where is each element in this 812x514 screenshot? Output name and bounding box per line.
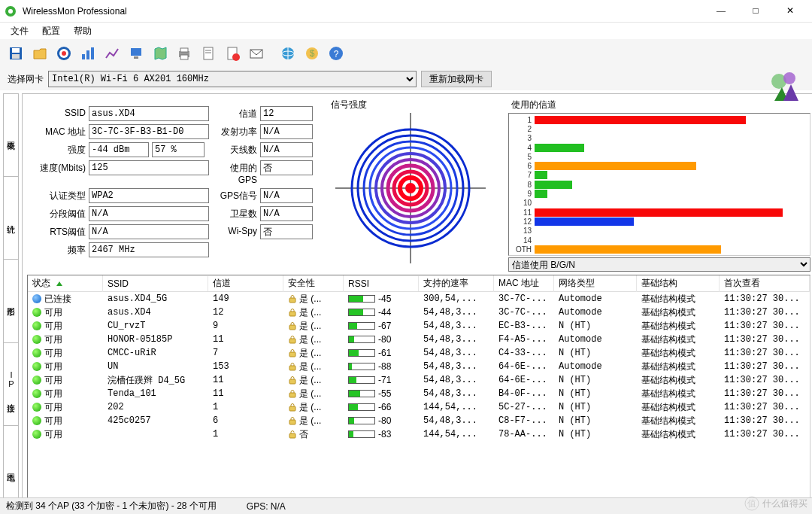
maximize-button[interactable]: □ [738, 0, 773, 23]
map-icon[interactable] [149, 42, 171, 65]
channel-bar-row: 3 [512, 134, 807, 143]
gps-field[interactable] [260, 160, 313, 175]
adapter-select[interactable]: Intel(R) Wi-Fi 6 AX201 160MHz [48, 71, 417, 87]
wispy-field[interactable] [260, 224, 313, 239]
table-row[interactable]: 可用2021是 (...-66144,54,...5C-27-...N (HT)… [28, 400, 810, 414]
tab-map[interactable]: 地图 [4, 426, 18, 508]
channel-mode-select[interactable]: 信道使用 B/G/N [508, 257, 810, 272]
menu-help[interactable]: 帮助 [68, 23, 98, 39]
minimize-button[interactable]: — [704, 0, 738, 23]
menu-config[interactable]: 配置 [36, 23, 66, 39]
channel-bar-row: 5 [512, 152, 807, 161]
table-row[interactable]: 可用CMCC-uRiR7是 (...-6154,48,3...C4-33-...… [28, 346, 810, 360]
col-ssid[interactable]: SSID [103, 276, 208, 291]
menu-file[interactable]: 文件 [5, 23, 35, 39]
status-dot-icon [32, 348, 41, 357]
reload-adapter-button[interactable]: 重新加载网卡 [421, 71, 492, 87]
channel-field[interactable] [260, 106, 313, 121]
col-channel[interactable]: 信道 [208, 275, 283, 292]
frag-field[interactable] [89, 206, 209, 221]
channel-bar-row: 13 [512, 227, 807, 236]
table-row[interactable]: 可用425c02576是 (...-8054,48,3...C8-F7-...N… [28, 414, 810, 427]
strength-dbm-field[interactable] [89, 142, 149, 157]
log-icon[interactable] [197, 42, 220, 65]
table-row[interactable]: 可用UN153是 (...-8854,48,3...64-6E-...Autom… [28, 360, 810, 373]
freq-field[interactable] [89, 242, 209, 257]
sort-asc-icon [56, 281, 62, 286]
mac-field[interactable] [89, 124, 209, 139]
gps-label: 使用的GPS [212, 160, 257, 185]
col-rssi[interactable]: RSSI [344, 276, 419, 291]
txpower-field[interactable] [260, 124, 313, 139]
auth-label: 认证类型 [27, 188, 86, 203]
gpssig-field[interactable] [260, 188, 313, 203]
toolbar: $ ? [0, 39, 812, 68]
svg-rect-9 [86, 50, 89, 59]
status-dot-icon [32, 389, 41, 398]
mail-icon[interactable] [245, 42, 268, 65]
col-infra[interactable]: 基础结构 [637, 275, 720, 292]
svg-rect-52 [289, 420, 295, 424]
mac-label: MAC 地址 [27, 124, 86, 139]
antenna-field[interactable] [260, 142, 313, 157]
svg-rect-49 [289, 379, 295, 384]
col-mac[interactable]: MAC 地址 [494, 275, 554, 292]
strength-pct-field[interactable] [152, 142, 205, 157]
table-row[interactable]: 可用Tenda_10111是 (...-5554,48,3...B4-0F-..… [28, 387, 810, 400]
svg-rect-53 [289, 433, 295, 438]
auth-field[interactable] [89, 188, 209, 203]
tab-stats[interactable]: 统计 [4, 177, 18, 260]
tab-ipconn[interactable]: IP 连接 [4, 343, 18, 426]
print-icon[interactable] [173, 42, 195, 65]
col-firstseen[interactable]: 首次查看 [720, 275, 810, 292]
table-row[interactable]: 可用CU_rvzT9是 (...-6754,48,3...EC-B3-...N … [28, 319, 810, 333]
table-row[interactable]: 可用asus.XD412是 (...-4454,48,3...3C-7C-...… [28, 306, 810, 319]
tab-graph[interactable]: 图形 [4, 260, 18, 342]
stop-icon[interactable] [221, 42, 244, 65]
signal-strength-pane: 信号强度 [328, 99, 501, 272]
col-security[interactable]: 安全性 [283, 275, 344, 292]
table-row[interactable]: 可用1否-83144,54,...78-AA-...N (HT)基础结构模式11… [28, 427, 810, 441]
target-icon[interactable] [53, 42, 75, 65]
strength-header: 信号强度 [328, 99, 501, 111]
col-rate[interactable]: 支持的速率 [419, 275, 494, 292]
freq-label: 频率 [27, 242, 86, 257]
table-row[interactable]: 可用HONOR-05185P11是 (...-8054,48,3...F4-A5… [28, 333, 810, 346]
rts-label: RTS阈值 [27, 224, 86, 239]
channel-bar-row: 11 [512, 208, 807, 217]
col-status[interactable]: 状态 [28, 275, 103, 292]
svg-rect-11 [131, 48, 141, 56]
svg-point-30 [783, 72, 795, 84]
money-icon[interactable]: $ [301, 42, 323, 65]
help-icon[interactable]: ? [325, 42, 347, 65]
save-icon[interactable] [5, 42, 27, 65]
rssi-bar-icon [348, 295, 375, 303]
sat-label: 卫星数 [212, 206, 257, 221]
col-nettype[interactable]: 网络类型 [554, 275, 637, 292]
close-button[interactable]: ✕ [773, 0, 807, 23]
watermark-icon: 值 [744, 496, 759, 511]
globe-icon[interactable] [277, 42, 299, 65]
tab-summary[interactable]: 概要 [4, 94, 18, 177]
svg-rect-48 [289, 366, 295, 370]
frag-label: 分段阈值 [27, 206, 86, 221]
network-icon[interactable] [125, 42, 147, 65]
rts-field[interactable] [89, 224, 209, 239]
status-dot-icon [32, 321, 41, 330]
table-row[interactable]: 已连接asus.XD4_5G149是 (...-45300,54,...3C-7… [28, 292, 810, 306]
svg-rect-15 [180, 55, 188, 59]
list-body[interactable]: 已连接asus.XD4_5G149是 (...-45300,54,...3C-7… [28, 292, 810, 503]
speed-field[interactable] [89, 160, 209, 175]
ssid-field[interactable] [89, 106, 209, 121]
svg-rect-4 [12, 54, 20, 59]
watermark: 值 什么值得买 [744, 496, 807, 511]
open-icon[interactable] [29, 42, 51, 65]
rssi-bar-icon [348, 336, 375, 343]
table-row[interactable]: 可用浣槽任蹼辫 D4_5G11是 (...-7154,48,3...64-6E-… [28, 373, 810, 387]
sat-field[interactable] [260, 206, 313, 221]
svg-rect-8 [82, 54, 85, 59]
svg-rect-51 [289, 406, 295, 411]
graph-icon[interactable] [101, 42, 123, 65]
info-pane: SSID 信道 MAC 地址 发射功率 强度 天线数 速度(Mbits) 使用的… [27, 99, 320, 272]
chart-icon[interactable] [77, 42, 99, 65]
